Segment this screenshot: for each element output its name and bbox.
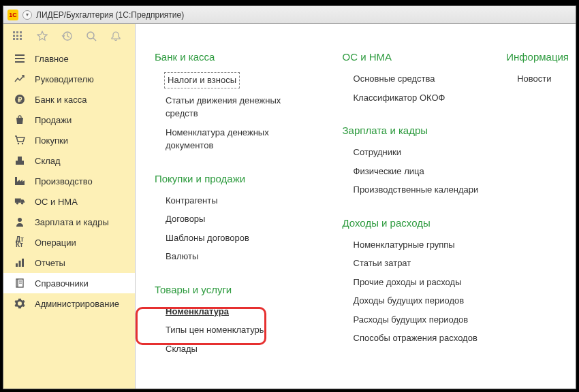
sidebar-item-main[interactable]: Главное: [3, 48, 135, 69]
menu-label: Зарплата и кадры: [35, 217, 109, 227]
svg-rect-6: [13, 38, 15, 40]
sidebar-item-warehouse[interactable]: Склад: [3, 150, 135, 171]
cart-icon: [14, 135, 25, 146]
boxes-icon: [14, 155, 25, 166]
person-icon: [14, 216, 25, 227]
link-counterparties[interactable]: Контрагенты: [166, 194, 315, 208]
sidebar-item-admin[interactable]: Администрирование: [3, 293, 135, 314]
link-nom-groups[interactable]: Номенклатурные группы: [354, 238, 480, 252]
menu-label: Банк и касса: [35, 95, 87, 105]
menu-label: Администрирование: [35, 299, 119, 309]
link-cashflow[interactable]: Статьи движения денежных средств: [166, 94, 315, 120]
link-expense-methods[interactable]: Способы отражения расходов: [354, 331, 480, 345]
sidebar-item-sales[interactable]: Продажи: [3, 110, 135, 130]
section-bank[interactable]: Банк и касса: [155, 51, 315, 63]
menu-label: Операции: [35, 238, 76, 248]
column-2: ОС и НМА Основные средства Классификатор…: [343, 48, 480, 358]
sidebar-item-purchases[interactable]: Покупки: [3, 130, 135, 150]
gear-icon: [14, 298, 25, 309]
sidebar-item-manager[interactable]: Руководителю: [3, 69, 135, 89]
menu-label: Руководителю: [35, 74, 94, 84]
link-employees[interactable]: Сотрудники: [354, 146, 480, 159]
book-icon: [14, 278, 25, 289]
menu-label: Продажи: [35, 115, 72, 125]
svg-rect-3: [13, 35, 15, 37]
menu-label: ОС и НМА: [35, 197, 78, 207]
apps-icon[interactable]: [12, 30, 24, 42]
sidebar-item-reports[interactable]: Отчеты: [3, 252, 135, 273]
bars-icon: [14, 257, 25, 268]
svg-line-11: [93, 38, 96, 41]
svg-point-26: [18, 218, 22, 222]
svg-point-25: [21, 202, 24, 205]
main-panel: Банк и касса Налоги и взносы Статьи движ…: [136, 24, 576, 389]
link-contracts[interactable]: Договоры: [166, 212, 315, 226]
svg-point-18: [22, 143, 23, 144]
link-warehouses[interactable]: Склады: [166, 342, 315, 356]
link-nomenclature[interactable]: Номенклатура: [166, 305, 315, 318]
svg-rect-23: [15, 199, 21, 203]
window-menu-button[interactable]: ▾: [22, 10, 32, 20]
link-cashdocs[interactable]: Номенклатура денежных документов: [166, 126, 315, 152]
link-cost-items[interactable]: Статьи затрат: [354, 257, 480, 270]
menu-label: Справочники: [35, 278, 89, 289]
bell-icon[interactable]: [110, 30, 122, 42]
columns: Банк и касса Налоги и взносы Статьи движ…: [155, 48, 569, 358]
section-assets[interactable]: ОС и НМА: [343, 51, 480, 63]
menu-label: Главное: [35, 54, 69, 64]
ruble-icon: ₽: [14, 94, 25, 105]
sidebar-toolbar: [3, 24, 135, 48]
history-icon[interactable]: [61, 30, 73, 42]
section-goods[interactable]: Товары и услуги: [155, 284, 315, 295]
svg-rect-7: [16, 38, 18, 40]
app-window: 1C ▾ ЛИДЕР/Бухгалтерия (1С:Предприятие) …: [3, 5, 576, 389]
svg-rect-21: [20, 161, 24, 165]
column-1: Банк и касса Налоги и взносы Статьи движ…: [155, 48, 315, 358]
menu-label: Склад: [35, 156, 61, 166]
link-calendars[interactable]: Производственные календари: [354, 183, 480, 197]
link-currencies[interactable]: Валюты: [166, 250, 315, 263]
svg-rect-22: [15, 177, 17, 185]
link-future-expense[interactable]: Расходы будущих периодов: [354, 313, 480, 327]
svg-rect-19: [18, 157, 22, 161]
svg-rect-28: [19, 261, 21, 267]
sidebar-item-directories[interactable]: Справочники: [3, 273, 135, 293]
sidebar-item-bank[interactable]: ₽Банк и касса: [3, 89, 135, 110]
link-persons[interactable]: Физические лица: [354, 165, 480, 178]
chart-up-icon: [14, 74, 25, 84]
sidebar: Главное Руководителю ₽Банк и касса Прода…: [3, 24, 136, 389]
bag-icon: [14, 114, 25, 125]
link-price-types[interactable]: Типы цен номенклатуры: [166, 323, 315, 337]
link-fixed-assets[interactable]: Основные средства: [354, 72, 480, 86]
section-trade[interactable]: Покупки и продажи: [155, 173, 315, 184]
link-future-income[interactable]: Доходы будущих периодов: [354, 294, 480, 308]
svg-point-24: [16, 202, 19, 205]
svg-text:₽: ₽: [18, 96, 22, 103]
sidebar-item-assets[interactable]: ОС и НМА: [3, 191, 135, 212]
section-info[interactable]: Информация: [506, 51, 569, 63]
section-income[interactable]: Доходы и расходы: [343, 217, 480, 229]
hamburger-icon: [14, 53, 25, 64]
svg-rect-8: [20, 38, 22, 40]
svg-point-10: [87, 32, 94, 39]
svg-point-17: [18, 143, 19, 144]
search-icon[interactable]: [85, 30, 97, 42]
svg-rect-29: [22, 259, 24, 267]
sidebar-item-production[interactable]: Производство: [3, 171, 135, 191]
window-title: ЛИДЕР/Бухгалтерия (1С:Предприятие): [36, 10, 184, 20]
svg-rect-2: [20, 31, 22, 33]
sidebar-item-operations[interactable]: ДтКтОперации: [3, 232, 135, 252]
sidebar-item-salary[interactable]: Зарплата и кадры: [3, 212, 135, 232]
star-icon[interactable]: [36, 30, 48, 42]
link-okof[interactable]: Классификатор ОКОФ: [354, 91, 480, 105]
section-hr[interactable]: Зарплата и кадры: [343, 125, 480, 136]
link-taxes[interactable]: Налоги и взносы: [164, 72, 240, 88]
factory-icon: [14, 176, 25, 186]
link-other-income[interactable]: Прочие доходы и расходы: [354, 276, 480, 289]
link-news[interactable]: Новости: [517, 72, 569, 86]
content-area: Главное Руководителю ₽Банк и касса Прода…: [3, 24, 576, 389]
titlebar: 1C ▾ ЛИДЕР/Бухгалтерия (1С:Предприятие): [3, 6, 576, 24]
link-contract-templates[interactable]: Шаблоны договоров: [166, 231, 315, 245]
column-3: Информация Новости: [506, 48, 569, 358]
app-icon: 1C: [7, 10, 18, 20]
